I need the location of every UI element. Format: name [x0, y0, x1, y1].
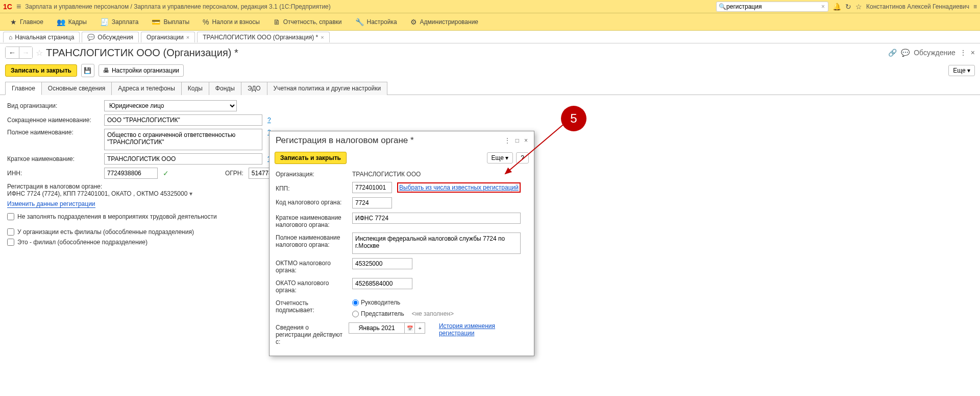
bell-icon[interactable]: 🔔 [832, 3, 841, 11]
menu-taxes[interactable]: %Налоги и взносы [197, 16, 266, 28]
menu-staff[interactable]: 👥Кадры [51, 16, 93, 28]
salary-icon: 🧾 [100, 18, 109, 26]
subtab-policy[interactable]: Учетная политика и другие настройки [267, 82, 388, 95]
gear-icon: ⚙ [410, 18, 417, 26]
nav-back-button[interactable]: ← [6, 47, 19, 58]
star-solid-icon: ★ [10, 18, 17, 26]
search-clear-icon[interactable]: × [820, 3, 826, 10]
dialog-more-button[interactable]: Еще ▾ [487, 152, 513, 164]
subtab-basic[interactable]: Основные сведения [42, 82, 112, 95]
cb-has-branches-label: У организации есть филиалы (обособленные… [17, 228, 194, 236]
save-button[interactable]: 💾 [81, 64, 94, 77]
dlg-taxshort-input[interactable] [352, 213, 521, 224]
more-button[interactable]: Еще ▾ [948, 65, 975, 76]
logo-1c: 1C [3, 3, 12, 11]
dialog-save-close-button[interactable]: Записать и закрыть [275, 152, 347, 164]
subtab-codes[interactable]: Коды [182, 82, 209, 95]
menu-main[interactable]: ★Главное [4, 16, 50, 28]
star-icon[interactable]: ☆ [855, 3, 862, 11]
chat-icon: 💬 [87, 34, 95, 41]
print-icon: 🖶 [103, 67, 109, 74]
hamburger-icon[interactable]: ≡ [16, 2, 21, 11]
settings-bars-icon[interactable]: ≡ [973, 3, 977, 10]
brief-name-label: Краткое наименование: [7, 155, 99, 162]
brief-name-input[interactable] [104, 153, 262, 165]
chevron-down-icon: ▾ [505, 154, 508, 161]
dropdown-arrow-icon[interactable]: ▾ [189, 190, 192, 197]
discuss-link[interactable]: Обсуждение [914, 49, 955, 57]
document-icon: 🗎 [273, 18, 280, 26]
more-dots-icon[interactable]: ⋮ [960, 49, 967, 57]
tax-registration-dialog: Регистрация в налоговом органе * ⋮ □ × З… [269, 131, 534, 251]
full-name-input[interactable]: Общество с ограниченной ответственностью… [104, 129, 262, 150]
menu-salary[interactable]: 🧾Зарплата [94, 16, 145, 28]
dlg-kpp-input[interactable] [352, 182, 392, 193]
callout-badge-5: 5 [561, 106, 586, 131]
tab-obsujdeniya[interactable]: 💬 Обсуждения [82, 32, 139, 42]
cb-is-branch[interactable] [7, 239, 14, 246]
link-icon[interactable]: 🔗 [888, 49, 897, 57]
close-icon[interactable]: × [321, 34, 324, 40]
cb-has-branches[interactable] [7, 228, 14, 236]
wallet-icon: 💳 [152, 18, 160, 26]
dlg-org-value: ТРАНСЛОГИСТИК ООО [352, 169, 421, 178]
home-icon: ⌂ [9, 34, 12, 41]
full-name-label: Полное наименование: [7, 129, 99, 136]
close-page-icon[interactable]: × [971, 49, 975, 57]
inn-label: ИНН: [7, 170, 99, 177]
nav-buttons: ← → [5, 46, 33, 59]
search-input[interactable] [726, 3, 820, 10]
short-name-label: Сокращенное наименование: [7, 117, 99, 124]
org-type-select[interactable]: Юридическое лицо [104, 100, 237, 111]
menu-settings[interactable]: 🔧Настройка [349, 16, 403, 28]
tax-reg-summary: ИФНС 7724 (7724), КПП 772401001, ОКАТО ,… [7, 190, 187, 197]
dialog-help-button[interactable]: ? [516, 152, 529, 164]
page-title: ТРАНСЛОГИСТИК ООО (Организация) * [46, 47, 238, 59]
cb-is-branch-label: Это - филиал (обособленное подразделение… [17, 239, 148, 246]
menu-admin[interactable]: ⚙Администрирование [404, 16, 484, 28]
discuss-icon[interactable]: 💬 [901, 49, 910, 57]
cb-no-subdiv-label: Не заполнять подразделения в мероприятия… [17, 213, 217, 220]
favorite-star-icon[interactable]: ☆ [36, 48, 43, 58]
dlg-taxcode-label: Код налогового органа: [276, 197, 347, 206]
diskette-icon: 💾 [84, 67, 91, 74]
dlg-kpp-label: КПП: [276, 183, 347, 192]
subtab-main[interactable]: Главное [5, 82, 42, 95]
org-type-label: Вид организации: [7, 102, 99, 109]
app-title: Зарплата и управление персоналом / Зарпл… [25, 3, 331, 10]
help-link[interactable]: ? [267, 117, 271, 124]
people-icon: 👥 [57, 18, 65, 26]
dlg-taxfull-input[interactable]: Инспекция федеральной налоговой службы 7… [352, 232, 521, 251]
short-name-input[interactable] [104, 114, 262, 126]
tab-start-page[interactable]: ⌂ Начальная страница [3, 32, 80, 42]
dlg-taxcode-input[interactable] [352, 197, 392, 208]
subtab-addresses[interactable]: Адреса и телефоны [112, 82, 182, 95]
check-icon: ✓ [163, 169, 169, 177]
inn-input[interactable] [104, 168, 158, 179]
subtab-funds[interactable]: Фонды [209, 82, 241, 95]
dlg-taxfull-label: Полное наименование налогового органа: [276, 232, 347, 248]
dialog-maximize-icon[interactable]: □ [516, 137, 519, 144]
history-icon[interactable]: ↻ [845, 3, 851, 11]
save-close-button[interactable]: Записать и закрыть [5, 64, 77, 77]
wrench-icon: 🔧 [355, 18, 364, 26]
user-name: Константинов Алексей Геннадиевич [866, 3, 969, 10]
dialog-more-icon[interactable]: ⋮ [504, 137, 510, 144]
nav-forward-button[interactable]: → [19, 47, 32, 58]
menu-payouts[interactable]: 💳Выплаты [145, 16, 195, 28]
ogrn-label: ОГРН: [225, 170, 243, 177]
edit-registration-link[interactable]: Изменить данные регистрации [7, 200, 95, 208]
select-known-registrations-link[interactable]: Выбрать из числа известных регистраций [399, 184, 519, 191]
tab-org-translogistic[interactable]: ТРАНСЛОГИСТИК ООО (Организация) * × [197, 32, 330, 42]
chevron-down-icon: ▾ [967, 67, 970, 74]
close-icon[interactable]: × [186, 34, 189, 40]
subtab-edo[interactable]: ЭДО [241, 82, 267, 95]
org-settings-button[interactable]: 🖶Настройки организации [99, 64, 184, 77]
tab-organizations[interactable]: Организации × [141, 32, 195, 42]
cb-no-subdiv[interactable] [7, 213, 14, 220]
search-box[interactable]: 🔍 × [716, 2, 828, 12]
dialog-close-icon[interactable]: × [524, 137, 528, 144]
percent-icon: % [203, 18, 209, 26]
search-icon: 🔍 [719, 3, 726, 10]
menu-reports[interactable]: 🗎Отчетность, справки [267, 16, 348, 28]
